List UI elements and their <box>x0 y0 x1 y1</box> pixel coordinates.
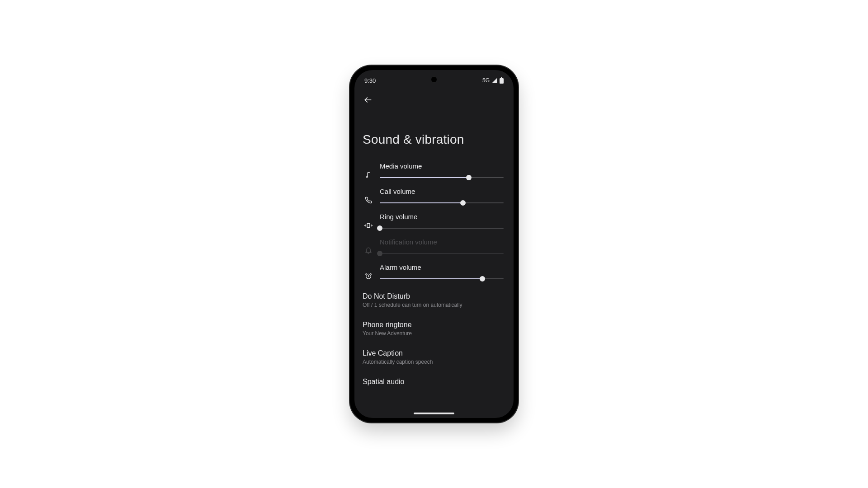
slider-label: Alarm volume <box>380 263 504 271</box>
item-title: Phone ringtone <box>363 321 504 329</box>
camera-hole <box>431 76 437 83</box>
svg-rect-4 <box>367 224 370 228</box>
slider-media: Media volume <box>354 160 514 185</box>
item-live-caption[interactable]: Live Caption Automatically caption speec… <box>354 343 514 371</box>
item-spatial-audio[interactable]: Spatial audio <box>354 371 514 388</box>
slider-track[interactable] <box>380 202 504 203</box>
svg-point-3 <box>366 176 368 177</box>
slider-label: Notification volume <box>380 238 504 246</box>
battery-icon <box>500 77 504 84</box>
item-title: Spatial audio <box>363 378 504 386</box>
slider-label: Call volume <box>380 188 504 195</box>
slider-ring: Ring volume <box>354 210 514 235</box>
item-title: Live Caption <box>363 349 504 357</box>
slider-track[interactable] <box>380 228 504 229</box>
slider-notification: Notification volume <box>354 235 514 261</box>
slider-call: Call volume <box>354 185 514 210</box>
svg-rect-1 <box>501 77 502 78</box>
arrow-left-icon <box>363 95 373 104</box>
phone-screen: 9:30 5G Sound & vibration Media volume <box>354 70 514 418</box>
phone-icon <box>363 188 373 204</box>
network-label: 5G <box>482 77 490 84</box>
item-title: Do Not Disturb <box>363 292 504 300</box>
phone-frame: 9:30 5G Sound & vibration Media volume <box>350 66 518 422</box>
slider-track[interactable] <box>380 177 504 178</box>
status-right: 5G <box>482 77 504 84</box>
item-do-not-disturb[interactable]: Do Not Disturb Off / 1 schedule can turn… <box>354 286 514 314</box>
slider-alarm: Alarm volume <box>354 261 514 286</box>
alarm-icon <box>363 263 373 280</box>
svg-rect-0 <box>500 78 504 84</box>
item-phone-ringtone[interactable]: Phone ringtone Your New Adventure <box>354 314 514 343</box>
slider-track[interactable] <box>380 278 504 279</box>
signal-icon <box>491 78 498 83</box>
app-bar <box>354 86 514 110</box>
item-subtitle: Automatically caption speech <box>363 359 504 365</box>
slider-label: Ring volume <box>380 213 504 221</box>
vibrate-icon <box>363 213 373 229</box>
home-indicator[interactable] <box>414 413 454 414</box>
item-subtitle: Off / 1 schedule can turn on automatical… <box>363 302 504 308</box>
page-title: Sound & vibration <box>354 110 514 160</box>
slider-label: Media volume <box>380 162 504 170</box>
content[interactable]: Media volume Call volume <box>354 160 514 388</box>
back-button[interactable] <box>361 93 375 107</box>
item-subtitle: Your New Adventure <box>363 330 504 337</box>
music-note-icon <box>363 162 373 178</box>
status-time: 9:30 <box>364 77 376 84</box>
slider-track <box>380 253 504 254</box>
bell-icon <box>363 238 373 254</box>
